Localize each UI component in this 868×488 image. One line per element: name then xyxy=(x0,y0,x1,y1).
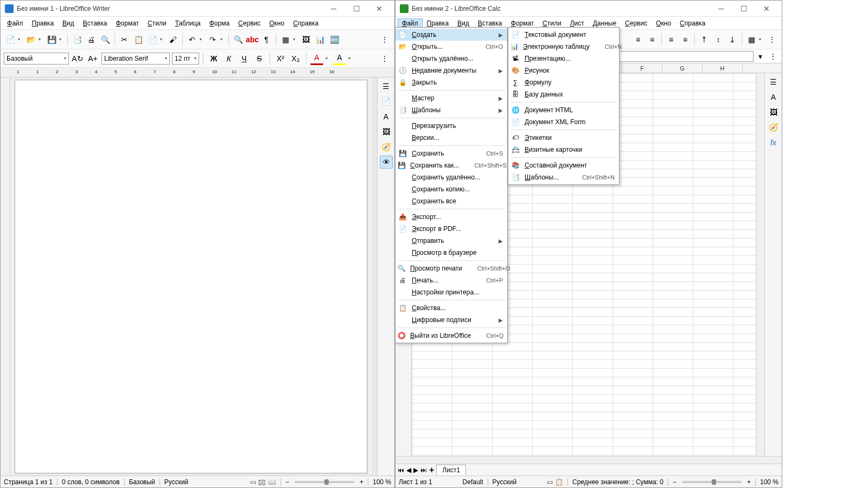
menu-Вставка[interactable]: Вставка xyxy=(79,18,112,28)
menuitem--[interactable]: 🔍Просмотр печатиCtrl+Shift+O xyxy=(395,262,507,274)
minimize-button[interactable]: ─ xyxy=(710,1,732,16)
find-icon[interactable]: 🔍 xyxy=(232,33,245,46)
align-bottom-icon[interactable]: ⤓ xyxy=(726,33,739,46)
formatting-marks-icon[interactable]: ¶ xyxy=(260,33,273,46)
menu-Форма[interactable]: Форма xyxy=(205,18,234,28)
strikethrough-icon[interactable]: S xyxy=(253,52,266,65)
menu-Окно[interactable]: Окно xyxy=(265,18,289,28)
vertical-scrollbar[interactable] xyxy=(756,73,764,456)
dropdown-icon[interactable]: ▾ xyxy=(293,37,298,42)
status-zoom[interactable]: 100 % xyxy=(760,478,778,486)
status-word-count[interactable]: 0 слов, 0 символов xyxy=(62,478,120,486)
prev-sheet-icon[interactable]: ◀ xyxy=(406,466,411,474)
menuitem--[interactable]: 📇Визитные карточки xyxy=(508,144,619,156)
zoom-out-icon[interactable]: − xyxy=(673,478,676,486)
menuitem--[interactable]: 🖨Печать...Ctrl+P xyxy=(395,274,507,286)
font-color-icon[interactable]: A xyxy=(310,52,323,65)
menu-Справка[interactable]: Справка xyxy=(289,18,323,28)
menuitem--[interactable]: 📋Свойства... xyxy=(395,302,507,314)
open-icon[interactable]: 📂 xyxy=(24,33,37,46)
last-sheet-icon[interactable]: ⏭ xyxy=(420,466,427,474)
paste-icon[interactable]: 📄 xyxy=(146,33,159,46)
expand-formula-icon[interactable]: ▾ xyxy=(754,50,767,63)
menuitem--[interactable]: 📽Презентацию... xyxy=(508,53,619,65)
styles-panel-icon[interactable]: A xyxy=(767,91,780,104)
menu-Файл[interactable]: Файл xyxy=(3,18,28,28)
menuitem--[interactable]: Сохранить копию... xyxy=(395,183,507,195)
menuitem--[interactable]: 🕓Недавние документы▶ xyxy=(395,65,507,76)
selection-mode-icon[interactable]: ▭ xyxy=(547,478,553,486)
menuitem--[interactable]: 💾СохранитьCtrl+S xyxy=(395,147,507,159)
status-summary[interactable]: Среднее значение: ; Сумма: 0 xyxy=(572,478,663,486)
view-book-icon[interactable]: 📖 xyxy=(268,478,276,486)
splitter[interactable] xyxy=(372,78,377,476)
menuitem--[interactable]: 📑Шаблоны▶ xyxy=(395,104,507,116)
overflow-icon[interactable]: ⋮ xyxy=(767,50,780,63)
status-language[interactable]: Русский xyxy=(493,478,517,486)
dropdown-icon[interactable]: ▾ xyxy=(326,56,331,61)
status-page-style[interactable]: Базовый xyxy=(129,478,155,486)
horizontal-ruler[interactable]: 112345678910111213141516 xyxy=(1,68,394,78)
dropdown-icon[interactable]: ▾ xyxy=(220,37,226,42)
menuitem--[interactable]: Просмотр в браузере xyxy=(395,247,507,259)
menu-Сервис[interactable]: Сервис xyxy=(621,18,652,28)
menu-Справка[interactable]: Справка xyxy=(675,18,710,28)
highlight-color-icon[interactable]: A xyxy=(333,52,346,65)
menuitem--[interactable]: 📚Составной документ xyxy=(508,159,619,171)
menu-Данные[interactable]: Данные xyxy=(589,18,621,28)
dropdown-icon[interactable]: ▾ xyxy=(759,37,764,42)
menu-Вставка[interactable]: Вставка xyxy=(474,18,507,28)
navigator-panel-icon[interactable]: 🧭 xyxy=(767,121,780,134)
gallery-panel-icon[interactable]: 🖼 xyxy=(767,106,780,119)
menuitem--LibreOffice[interactable]: ⭕Выйти из LibreOfficeCtrl+Q xyxy=(395,330,507,342)
new-doc-icon[interactable]: 📄 xyxy=(4,33,17,46)
col-header[interactable]: F xyxy=(622,63,662,73)
menuitem--[interactable]: 📑Шаблоны...Ctrl+Shift+N xyxy=(508,171,619,183)
menuitem--[interactable]: Настройки принтера... xyxy=(395,286,507,298)
maximize-button[interactable]: ☐ xyxy=(346,1,367,16)
view-single-icon[interactable]: ▭ xyxy=(250,478,256,486)
sheet-tab[interactable]: Лист1 xyxy=(436,465,466,475)
align-top-icon[interactable]: ⤒ xyxy=(698,33,711,46)
export-pdf-icon[interactable]: 📑 xyxy=(71,33,84,46)
status-zoom[interactable]: 100 % xyxy=(373,478,391,486)
zoom-slider[interactable] xyxy=(295,481,354,483)
menuitem--[interactable]: Открыть удалённо... xyxy=(395,53,507,65)
save-icon[interactable]: 💾 xyxy=(45,33,58,46)
format-paintbrush-icon[interactable]: 🖌 xyxy=(167,33,180,46)
status-sheet[interactable]: Лист 1 из 1 xyxy=(399,478,432,486)
col-header[interactable]: H xyxy=(703,63,743,73)
menuitem--[interactable]: 🎨Рисунок xyxy=(508,65,619,76)
gallery-panel-icon[interactable]: 🖼 xyxy=(380,125,393,138)
paragraph-style-combo[interactable]: Базовый▾ xyxy=(4,53,69,65)
menu-Таблица[interactable]: Таблица xyxy=(171,18,205,28)
new-style-icon[interactable]: A+ xyxy=(86,52,99,65)
zoom-in-icon[interactable]: + xyxy=(747,478,751,486)
status-language[interactable]: Русский xyxy=(164,478,189,486)
underline-icon[interactable]: Ч xyxy=(238,52,251,65)
font-size-combo[interactable]: 12 пт▾ xyxy=(172,53,199,65)
table-icon[interactable]: ▦ xyxy=(279,33,292,46)
image-icon[interactable]: 🖼 xyxy=(299,33,312,46)
dropdown-icon[interactable]: ▾ xyxy=(160,37,165,42)
dropdown-icon[interactable]: ▾ xyxy=(348,56,354,61)
menuitem--PDF-[interactable]: 📄Экспорт в PDF... xyxy=(395,223,507,235)
update-style-icon[interactable]: A↻ xyxy=(71,52,84,65)
zoom-slider[interactable] xyxy=(682,481,742,483)
menu-Сервис[interactable]: Сервис xyxy=(234,18,265,28)
properties-panel-icon[interactable]: ☰ xyxy=(380,80,393,93)
align-left-icon[interactable]: ≡ xyxy=(631,33,644,46)
menu-Формат[interactable]: Формат xyxy=(506,18,538,28)
superscript-icon[interactable]: X² xyxy=(274,52,287,65)
conditional-format-icon[interactable]: ▦ xyxy=(745,33,758,46)
add-sheet-icon[interactable]: + xyxy=(429,465,434,475)
dropdown-icon[interactable]: ▾ xyxy=(59,37,65,42)
menuitem--[interactable]: Отправить▶ xyxy=(395,235,507,247)
chart-icon[interactable]: 📊 xyxy=(314,33,327,46)
navigator-panel-icon[interactable]: 🧭 xyxy=(380,140,393,153)
status-page[interactable]: Страница 1 из 1 xyxy=(4,478,53,486)
menu-Вид[interactable]: Вид xyxy=(453,18,474,28)
menu-Формат[interactable]: Формат xyxy=(111,18,143,28)
bold-icon[interactable]: Ж xyxy=(207,52,220,65)
menu-Правка[interactable]: Правка xyxy=(423,18,454,28)
